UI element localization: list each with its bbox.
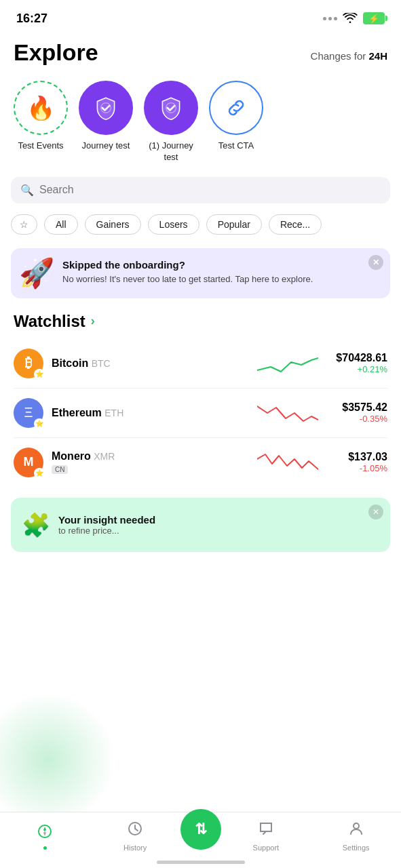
- watchlist-arrow[interactable]: ›: [91, 314, 95, 328]
- monero-name-group: Monero XMR CN: [52, 450, 249, 475]
- story-label-journey-test-1: Journey test: [82, 140, 130, 152]
- monero-badge: CN: [52, 465, 68, 474]
- story-label-journey-test-2: (1) Journey test: [144, 140, 198, 163]
- filter-chip-all[interactable]: All: [44, 214, 78, 235]
- monero-chart: [257, 449, 318, 476]
- link-icon: [222, 94, 250, 122]
- status-icons: ⚡: [323, 12, 385, 24]
- search-input[interactable]: [39, 184, 381, 196]
- story-circle-journey-test-1: [79, 81, 133, 135]
- status-bar: 16:27 ⚡: [0, 0, 401, 34]
- nav-item-settings[interactable]: Settings: [311, 818, 401, 854]
- story-circle-test-events: 🔥: [14, 81, 68, 135]
- crypto-list: ₿ ⭐ Bitcoin BTC $70428.61 +0.21% Ξ ⭐ Eth…: [0, 339, 401, 487]
- stories-row: 🔥 Test Events Journey test (1) Journey t…: [0, 74, 401, 177]
- compass-icon: [37, 823, 53, 844]
- nav-label-settings: Settings: [343, 844, 370, 852]
- clock-icon: [127, 821, 143, 841]
- monero-price-group: $137.03 -1.05%: [326, 451, 387, 473]
- crypto-item-bitcoin[interactable]: ₿ ⭐ Bitcoin BTC $70428.61 +0.21%: [14, 339, 387, 389]
- battery-icon: ⚡: [363, 12, 385, 24]
- search-container: 🔍: [0, 177, 401, 212]
- home-indicator: [157, 861, 245, 864]
- shield-icon: [92, 94, 120, 122]
- filter-chip-favorites[interactable]: ☆: [11, 214, 37, 235]
- status-time: 16:27: [16, 12, 47, 26]
- monero-icon: M ⭐: [14, 448, 43, 477]
- star-icon: ☆: [20, 219, 28, 230]
- filter-chip-popular[interactable]: Popular: [206, 214, 262, 235]
- nav-item-support[interactable]: Support: [221, 818, 311, 854]
- nav-item-explore[interactable]: [0, 821, 90, 852]
- wifi-icon: [343, 13, 358, 24]
- banner-close-button[interactable]: ✕: [368, 255, 383, 270]
- nav-center-trade[interactable]: ⇅: [180, 809, 221, 850]
- filter-chip-recent[interactable]: Rece...: [269, 214, 322, 235]
- svg-point-6: [354, 823, 359, 829]
- crypto-item-monero[interactable]: M ⭐ Monero XMR CN $137.03 -1.05%: [14, 438, 387, 487]
- svg-marker-4: [43, 831, 46, 836]
- story-label-test-cta: Test CTA: [218, 140, 254, 152]
- swap-icon: ⇅: [195, 821, 207, 838]
- bitcoin-chart: [257, 350, 318, 377]
- nav-label-history: History: [123, 844, 147, 852]
- story-item-test-events[interactable]: 🔥 Test Events: [14, 81, 68, 163]
- changes-label: Changes for 24H: [311, 50, 387, 66]
- insight-text: Your insight needed to refine price...: [58, 514, 155, 536]
- nav-item-history[interactable]: History: [90, 818, 180, 854]
- rocket-icon: 🚀: [19, 259, 54, 288]
- insight-banner[interactable]: 🧩 Your insight needed to refine price...…: [11, 498, 390, 552]
- filter-row: ☆ All Gainers Losers Popular Rece...: [0, 212, 401, 245]
- nav-label-support: Support: [253, 844, 280, 852]
- onboarding-banner[interactable]: 🚀 Skipped the onboarding? No worries! It…: [11, 248, 390, 298]
- filter-chip-gainers[interactable]: Gainers: [85, 214, 141, 235]
- bitcoin-icon: ₿ ⭐: [14, 349, 43, 378]
- insight-icon: 🧩: [22, 511, 50, 538]
- watchlist-title: Watchlist: [14, 312, 85, 331]
- page-header: Explore Changes for 24H: [0, 34, 401, 74]
- ethereum-icon: Ξ ⭐: [14, 398, 43, 428]
- bitcoin-name-group: Bitcoin BTC: [52, 357, 249, 370]
- svg-marker-3: [43, 827, 46, 831]
- insight-close-button[interactable]: ✕: [368, 505, 383, 519]
- banner-text: Skipped the onboarding? No worries! It's…: [62, 259, 313, 285]
- ethereum-name-group: Ethereum ETH: [52, 407, 249, 419]
- story-circle-journey-test-2: [144, 81, 198, 135]
- bottom-nav: History ⇅ Support Settings: [0, 812, 401, 868]
- story-item-journey-test-2[interactable]: (1) Journey test: [144, 81, 198, 163]
- crypto-item-ethereum[interactable]: Ξ ⭐ Ethereum ETH $3575.42 -0.35%: [14, 389, 387, 438]
- bitcoin-price-group: $70428.61 +0.21%: [326, 352, 387, 374]
- filter-chip-losers[interactable]: Losers: [148, 214, 199, 235]
- shield-icon-2: [157, 94, 185, 122]
- story-label-test-events: Test Events: [18, 140, 63, 152]
- story-item-test-cta[interactable]: Test CTA: [209, 81, 263, 163]
- watchlist-header: Watchlist ›: [0, 312, 401, 339]
- chat-icon: [258, 821, 274, 841]
- search-icon: 🔍: [20, 184, 34, 197]
- ethereum-price-group: $3575.42 -0.35%: [326, 401, 387, 424]
- active-dot: [43, 846, 47, 850]
- signal-icon: [323, 17, 337, 20]
- story-item-journey-test-1[interactable]: Journey test: [79, 81, 133, 163]
- firebase-icon: 🔥: [26, 94, 55, 121]
- person-icon: [348, 821, 364, 841]
- ethereum-chart: [257, 399, 318, 427]
- green-glow-decoration: [0, 692, 115, 827]
- story-circle-test-cta: [209, 81, 263, 135]
- page-title: Explore: [14, 39, 98, 66]
- search-bar[interactable]: 🔍: [11, 177, 390, 203]
